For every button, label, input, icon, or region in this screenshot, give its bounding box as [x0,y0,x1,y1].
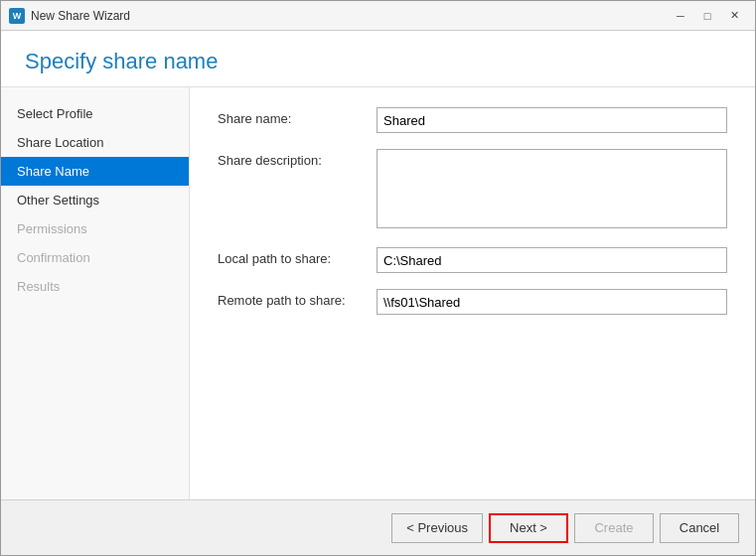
sidebar-item-other-settings[interactable]: Other Settings [1,186,189,214]
window-title: New Share Wizard [31,9,668,23]
window-controls: ─ □ ✕ [668,6,747,26]
share-name-label: Share name: [218,107,377,126]
local-path-row: Local path to share: [218,247,727,273]
main-section: Select Profile Share Location Share Name… [1,87,755,499]
sidebar-item-results: Results [1,272,189,301]
remote-path-control [377,289,727,315]
header-section: Specify share name [1,31,755,87]
share-name-row: Share name: [218,107,727,133]
remote-path-input[interactable] [377,289,727,315]
footer: < Previous Next > Create Cancel [1,499,755,555]
local-path-label: Local path to share: [218,247,377,266]
next-button[interactable]: Next > [489,513,568,543]
sidebar-item-select-profile[interactable]: Select Profile [1,99,189,128]
share-description-row: Share description: [218,149,727,231]
sidebar-item-share-name[interactable]: Share Name [1,157,189,186]
maximize-button[interactable]: □ [694,6,720,26]
share-name-input[interactable] [377,107,727,133]
sidebar: Select Profile Share Location Share Name… [1,87,190,499]
share-description-input[interactable] [377,149,727,228]
content-area: Specify share name Select Profile Share … [1,31,755,499]
create-button[interactable]: Create [574,513,654,543]
cancel-button[interactable]: Cancel [660,513,739,543]
previous-button[interactable]: < Previous [391,513,483,543]
form-section: Share name: Share description: Local pat… [190,87,755,499]
share-name-control [377,107,727,133]
local-path-control [377,247,727,273]
sidebar-item-share-location[interactable]: Share Location [1,128,189,157]
sidebar-item-confirmation: Confirmation [1,243,189,272]
local-path-input[interactable] [377,247,727,273]
wizard-window: W New Share Wizard ─ □ ✕ Specify share n… [0,0,756,556]
share-description-label: Share description: [218,149,377,168]
page-title: Specify share name [25,49,731,74]
close-button[interactable]: ✕ [721,6,747,26]
minimize-button[interactable]: ─ [668,6,693,26]
share-description-control [377,149,727,231]
app-icon: W [9,8,25,24]
remote-path-row: Remote path to share: [218,289,727,315]
titlebar: W New Share Wizard ─ □ ✕ [1,1,755,31]
remote-path-label: Remote path to share: [218,289,377,308]
sidebar-item-permissions: Permissions [1,214,189,243]
